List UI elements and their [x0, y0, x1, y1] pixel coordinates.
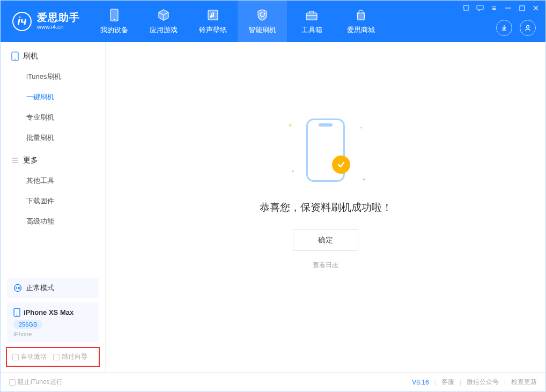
footer: 阻止iTunes运行 V8.16 | 客服 | 微信公众号 | 检查更新 [1, 372, 545, 391]
phone-icon [11, 51, 19, 61]
app-domain: www.i4.cn [37, 24, 80, 31]
content: ✦ ✦ ✦ ✦ 恭喜您，保资料刷机成功啦！ 确定 查看日志 [106, 42, 545, 372]
skin-icon[interactable] [462, 4, 470, 12]
sparkle-icon: ✦ [288, 122, 292, 128]
section-title: 刷机 [23, 51, 38, 61]
bag-icon [354, 8, 368, 22]
svg-rect-7 [520, 6, 525, 11]
sidebar-item-other-tools[interactable]: 其他工具 [1, 171, 105, 191]
success-illustration: ✦ ✦ ✦ ✦ [277, 113, 374, 188]
sidebar-item-pro-flash[interactable]: 专业刷机 [1, 107, 105, 128]
user-button[interactable] [520, 20, 536, 36]
tab-label: 智能刷机 [248, 25, 276, 35]
checkbox-auto-activate[interactable]: 自动激活 [12, 352, 47, 361]
sidebar-section-more: 更多 [1, 156, 105, 171]
checkbox-label: 阻止iTunes运行 [18, 378, 63, 387]
phone-icon [107, 8, 121, 22]
minimize-button[interactable] [504, 4, 512, 12]
checkbox-icon [12, 354, 19, 360]
tab-apps[interactable]: 应用游戏 [139, 1, 188, 42]
sidebar-item-advanced[interactable]: 高级功能 [1, 211, 105, 232]
link-wechat[interactable]: 微信公众号 [467, 378, 499, 387]
check-badge-icon [332, 156, 350, 174]
close-button[interactable] [532, 4, 540, 12]
download-button[interactable] [496, 20, 512, 36]
sidebar-section-flash: 刷机 [1, 51, 105, 66]
svg-point-18 [18, 287, 20, 289]
tab-label: 铃声壁纸 [199, 25, 227, 35]
checkbox-label: 跳过向导 [62, 352, 87, 361]
logo-text: 爱思助手 www.i4.cn [37, 12, 80, 31]
phone-icon [13, 308, 20, 317]
logo-icon: iч [12, 12, 32, 31]
svg-rect-3 [306, 13, 317, 20]
svg-point-1 [114, 18, 115, 19]
tab-flash[interactable]: 智能刷机 [238, 1, 287, 42]
link-update[interactable]: 检查更新 [511, 378, 537, 387]
sidebar: 刷机 iTunes刷机 一键刷机 专业刷机 批量刷机 更多 其他工具 下载固件 … [1, 42, 106, 372]
separator: | [504, 379, 506, 386]
checkbox-icon [53, 354, 60, 360]
sidebar-item-itunes-flash[interactable]: iTunes刷机 [1, 66, 105, 87]
mode-label: 正常模式 [26, 283, 54, 293]
link-support[interactable]: 客服 [441, 378, 454, 387]
tab-label: 工具箱 [301, 25, 322, 35]
window-controls: ≡ [462, 4, 540, 12]
app-name: 爱思助手 [37, 12, 80, 24]
music-icon [206, 8, 220, 22]
menu-icon[interactable]: ≡ [490, 4, 498, 12]
sidebar-item-batch-flash[interactable]: 批量刷机 [1, 128, 105, 148]
sparkle-icon: ✦ [291, 169, 294, 174]
svg-point-10 [527, 26, 529, 28]
version-label[interactable]: V8.16 [412, 379, 429, 386]
cube-icon [157, 8, 171, 22]
sidebar-item-download-firmware[interactable]: 下载固件 [1, 191, 105, 211]
tab-toolbox[interactable]: 工具箱 [287, 1, 336, 42]
svg-rect-5 [477, 5, 483, 10]
tab-label: 爱思商城 [347, 25, 375, 35]
ok-button[interactable]: 确定 [293, 230, 358, 251]
tab-label: 我的设备 [100, 25, 128, 35]
separator: | [460, 379, 461, 386]
device-box[interactable]: iPhone XS Max 256GB iPhone [7, 302, 99, 343]
shield-icon [255, 8, 269, 22]
device-name: iPhone XS Max [24, 308, 73, 316]
checkbox-label: 自动激活 [21, 352, 47, 361]
tab-store[interactable]: 爱思商城 [336, 1, 386, 42]
logo[interactable]: iч 爱思助手 www.i4.cn [1, 1, 90, 42]
header-actions [496, 20, 536, 36]
maximize-button[interactable] [518, 4, 526, 12]
options-row: 自动激活 跳过向导 [6, 347, 100, 367]
footer-right: V8.16 | 客服 | 微信公众号 | 检查更新 [412, 378, 537, 387]
sparkle-icon: ✦ [362, 177, 366, 182]
success-message: 恭喜您，保资料刷机成功啦！ [260, 201, 392, 215]
device-storage: 256GB [13, 320, 42, 329]
toolbox-icon [305, 8, 319, 22]
tab-my-device[interactable]: 我的设备 [90, 1, 139, 42]
feedback-icon[interactable] [476, 4, 484, 12]
svg-point-17 [16, 287, 17, 289]
checkbox-icon [9, 379, 16, 386]
sidebar-item-oneclick-flash[interactable]: 一键刷机 [1, 87, 105, 107]
tab-ringtone[interactable]: 铃声壁纸 [188, 1, 238, 42]
checkbox-skip-guide[interactable]: 跳过向导 [53, 352, 87, 361]
tab-label: 应用游戏 [150, 25, 178, 35]
svg-point-20 [17, 315, 18, 316]
mode-box[interactable]: 正常模式 [7, 278, 99, 298]
main: 刷机 iTunes刷机 一键刷机 专业刷机 批量刷机 更多 其他工具 下载固件 … [1, 42, 545, 372]
svg-point-12 [14, 59, 16, 60]
sparkle-icon: ✦ [359, 125, 363, 130]
section-title: 更多 [23, 156, 38, 165]
checkbox-block-itunes[interactable]: 阻止iTunes运行 [9, 378, 63, 387]
device-name-row: iPhone XS Max [13, 308, 92, 317]
list-icon [11, 157, 19, 164]
view-log-link[interactable]: 查看日志 [313, 261, 338, 270]
separator: | [434, 379, 436, 386]
device-type: iPhone [13, 331, 92, 337]
header: iч 爱思助手 www.i4.cn 我的设备 应用游戏 铃声壁纸 智能刷机 工具… [1, 1, 545, 42]
mode-icon [13, 284, 22, 292]
sidebar-bottom: 正常模式 iPhone XS Max 256GB iPhone 自动激活 跳过向… [1, 273, 105, 372]
